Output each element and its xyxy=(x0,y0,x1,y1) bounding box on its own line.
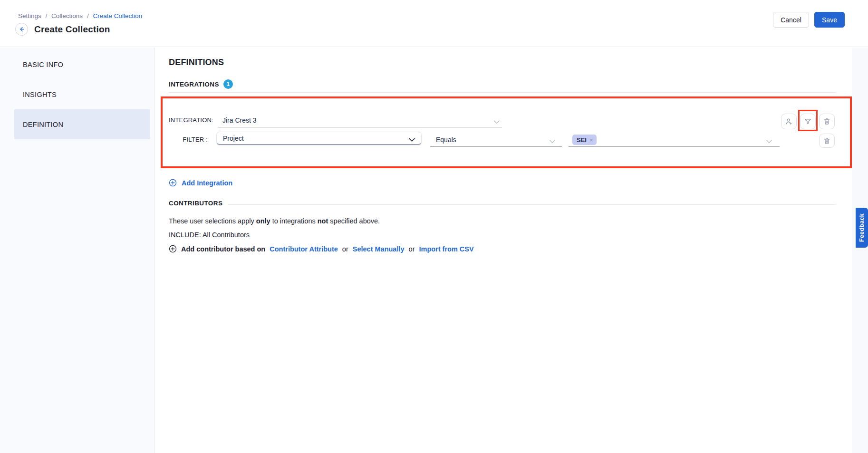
sidebar-item-label: BASIC INFO xyxy=(23,61,63,68)
contributors-heading: CONTRIBUTORS xyxy=(169,200,222,207)
integrations-count-badge: 1 xyxy=(223,79,233,89)
integration-select[interactable]: Jira Crest 3 xyxy=(218,114,502,127)
filter-operator-value: Equals xyxy=(436,136,456,144)
add-integration-label: Add Integration xyxy=(182,179,232,187)
sidebar-item-basic-info[interactable]: BASIC INFO xyxy=(14,49,150,79)
breadcrumb-create-collection[interactable]: Create Collection xyxy=(93,12,142,19)
note-text: specified above. xyxy=(330,217,380,225)
filter-button[interactable] xyxy=(800,114,816,129)
settings-sidebar: BASIC INFO INSIGHTS DEFINITION xyxy=(0,48,154,453)
page-gutter xyxy=(852,48,868,453)
or-text: or xyxy=(409,245,415,253)
import-from-csv-link[interactable]: Import from CSV xyxy=(419,245,473,253)
filter-operator-select[interactable]: Equals xyxy=(430,133,562,147)
feedback-tab[interactable]: Feedback xyxy=(856,208,868,248)
contributors-note: These user selections apply only to inte… xyxy=(169,217,836,225)
add-user-icon xyxy=(785,117,793,125)
page-header: Settings / Collections / Create Collecti… xyxy=(0,0,868,47)
delete-filter-button[interactable] xyxy=(819,134,835,148)
cancel-button[interactable]: Cancel xyxy=(773,12,809,28)
filter-field-value: Project xyxy=(223,135,244,142)
note-bold: only xyxy=(256,217,270,225)
include-line: INCLUDE: All Contributors xyxy=(169,231,836,239)
select-manually-link[interactable]: Select Manually xyxy=(353,245,405,253)
tag-label: SEI xyxy=(577,136,587,144)
trash-icon xyxy=(823,137,831,145)
add-contributor-row: Add contributor based on Contributor Att… xyxy=(169,245,836,253)
divider xyxy=(169,92,836,93)
section-title: DEFINITIONS xyxy=(169,48,836,67)
sidebar-item-insights[interactable]: INSIGHTS xyxy=(14,79,150,109)
filter-value-tag: SEI × xyxy=(572,135,597,145)
sidebar-item-definition[interactable]: DEFINITION xyxy=(14,109,150,139)
filter-values-select[interactable]: SEI × xyxy=(569,133,780,147)
circle-plus-icon xyxy=(169,245,177,253)
chevron-down-icon xyxy=(494,118,500,125)
breadcrumb-collections[interactable]: Collections xyxy=(51,12,83,19)
trash-icon xyxy=(823,117,831,125)
breadcrumb-settings[interactable]: Settings xyxy=(18,12,41,19)
save-button[interactable]: Save xyxy=(814,12,845,28)
integration-select-value: Jira Crest 3 xyxy=(222,116,257,124)
filter-label: FILTER : xyxy=(169,136,208,143)
chevron-down-icon xyxy=(409,136,415,144)
note-text: These user selections apply xyxy=(169,217,254,225)
contributor-attribute-link[interactable]: Contributor Attribute xyxy=(270,245,338,253)
integration-card: INTEGRATION: Jira Crest 3 FILTER : Proje… xyxy=(161,96,852,168)
breadcrumb-separator: / xyxy=(46,12,48,19)
sidebar-item-label: DEFINITION xyxy=(23,121,63,128)
delete-integration-button[interactable] xyxy=(819,114,835,129)
divider xyxy=(228,204,836,205)
chevron-down-icon xyxy=(550,137,555,145)
page-title: Create Collection xyxy=(34,24,110,35)
back-button[interactable] xyxy=(15,23,28,36)
arrow-left-icon xyxy=(19,26,25,32)
or-text: or xyxy=(342,245,348,253)
sidebar-item-label: INSIGHTS xyxy=(23,91,57,98)
integration-label: INTEGRATION: xyxy=(169,116,213,124)
add-contributor-prefix: Add contributor based on xyxy=(181,245,265,253)
note-text: to integrations xyxy=(272,217,316,225)
chevron-down-icon xyxy=(766,137,772,145)
circle-plus-icon xyxy=(169,179,177,187)
add-user-button[interactable] xyxy=(781,114,797,129)
filter-field-select[interactable]: Project xyxy=(216,132,422,145)
add-integration-link[interactable]: Add Integration xyxy=(169,179,232,187)
definition-panel: DEFINITIONS INTEGRATIONS 1 INTEGRATION: … xyxy=(154,48,852,453)
filter-funnel-icon xyxy=(804,117,812,125)
note-bold: not xyxy=(318,217,328,225)
breadcrumb: Settings / Collections / Create Collecti… xyxy=(18,12,142,19)
remove-tag-icon[interactable]: × xyxy=(589,136,593,144)
integrations-heading: INTEGRATIONS xyxy=(169,81,219,88)
breadcrumb-separator: / xyxy=(87,12,89,19)
